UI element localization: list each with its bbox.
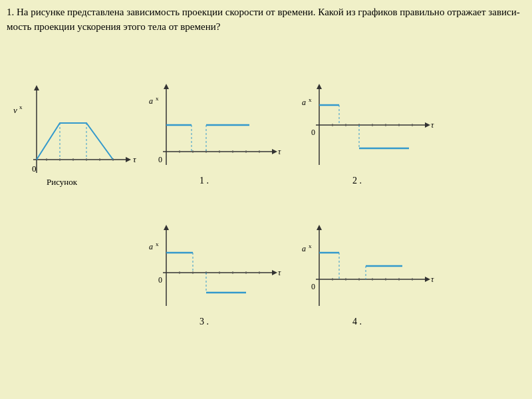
svg-marker-41	[425, 122, 430, 128]
answer-graph-2: a x τ 0 2 .	[299, 78, 439, 192]
svg-marker-80	[317, 225, 322, 230]
answer-graph-3: a x τ 0 3 .	[146, 219, 286, 332]
svg-text:2 .: 2 .	[352, 176, 362, 186]
svg-text:x: x	[19, 104, 23, 110]
svg-text:τ: τ	[278, 268, 281, 277]
svg-text:a: a	[149, 96, 153, 106]
svg-marker-81	[425, 277, 430, 282]
svg-text:0: 0	[311, 128, 315, 137]
svg-text:Рисунок: Рисунок	[47, 177, 78, 187]
svg-text:3 .: 3 .	[200, 317, 209, 327]
svg-text:1 .: 1 .	[200, 176, 209, 186]
answer-graph-4: a x τ 0 4 .	[299, 219, 439, 332]
svg-text:x: x	[156, 241, 159, 247]
svg-marker-40	[317, 84, 322, 89]
svg-text:4 .: 4 .	[352, 317, 362, 327]
svg-text:0: 0	[158, 275, 162, 285]
answer-graph-1: a x τ 0 1 .	[146, 78, 286, 192]
svg-text:x: x	[309, 96, 312, 103]
svg-text:0: 0	[158, 155, 162, 164]
svg-text:v: v	[13, 105, 17, 115]
svg-marker-60	[164, 225, 169, 230]
svg-text:a: a	[302, 244, 306, 253]
svg-text:a: a	[302, 98, 306, 107]
svg-text:0: 0	[32, 164, 37, 174]
svg-text:τ: τ	[278, 147, 281, 156]
reference-graph: v x τ 0 Рисунок	[7, 80, 136, 193]
question-text: 1. На рисунке представлена зависимость п…	[7, 5, 525, 35]
svg-text:τ: τ	[431, 275, 434, 284]
svg-marker-19	[164, 84, 169, 89]
svg-marker-20	[272, 149, 277, 154]
svg-text:τ: τ	[431, 120, 434, 130]
svg-marker-2	[34, 85, 39, 90]
svg-text:τ: τ	[133, 154, 136, 164]
svg-rect-32	[166, 125, 192, 152]
svg-text:0: 0	[311, 282, 315, 291]
svg-text:x: x	[156, 95, 159, 102]
svg-marker-3	[126, 157, 131, 162]
svg-text:a: a	[149, 242, 153, 251]
svg-text:x: x	[309, 243, 312, 249]
svg-marker-61	[272, 270, 277, 275]
